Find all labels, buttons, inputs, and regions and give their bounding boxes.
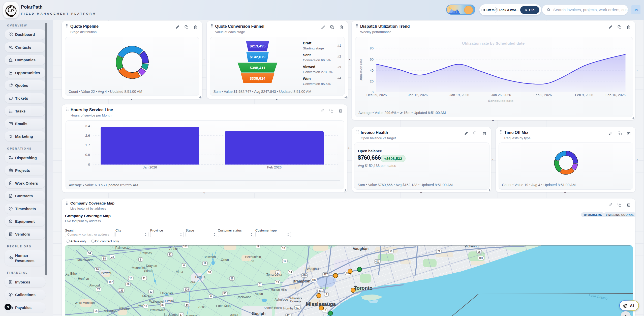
svg-text:19: 19 <box>276 281 279 284</box>
svg-text:86: 86 <box>186 303 189 306</box>
svg-text:Floradale: Floradale <box>160 292 173 295</box>
svg-text:Ariss: Ariss <box>198 305 205 309</box>
svg-text:147: 147 <box>109 281 113 283</box>
svg-text:Belwood: Belwood <box>204 255 216 259</box>
svg-text:60: 60 <box>370 58 373 61</box>
svg-text:Macton: Macton <box>142 295 153 298</box>
svg-text:0: 0 <box>88 163 90 166</box>
svg-text:2.6: 2.6 <box>85 134 90 137</box>
svg-text:brook: brook <box>65 273 69 277</box>
svg-text:401: 401 <box>319 290 323 292</box>
svg-text:18: 18 <box>208 271 211 274</box>
svg-text:0.9: 0.9 <box>85 153 90 157</box>
svg-text:Scheduled date: Scheduled date <box>488 99 513 103</box>
svg-text:Arkell: Arkell <box>230 313 238 316</box>
svg-text:Elmira: Elmira <box>165 299 174 303</box>
svg-text:20: 20 <box>370 79 373 83</box>
svg-text:Rockwood: Rockwood <box>237 295 251 299</box>
svg-text:23: 23 <box>111 255 114 258</box>
svg-text:3: 3 <box>257 245 259 248</box>
svg-text:$142,079: $142,079 <box>250 54 265 59</box>
svg-text:88: 88 <box>103 257 106 260</box>
svg-text:Corners: Corners <box>290 300 301 303</box>
svg-text:6: 6 <box>210 295 212 298</box>
svg-text:1.7: 1.7 <box>85 143 90 147</box>
svg-text:West Monkton: West Monkton <box>75 301 95 305</box>
svg-text:Acton: Acton <box>255 292 263 296</box>
svg-text:Halton Hills: Halton Hills <box>271 288 287 292</box>
svg-text:Jan 26, 2026: Jan 26, 2026 <box>491 93 511 97</box>
svg-text:14: 14 <box>289 271 292 274</box>
svg-text:17: 17 <box>144 305 147 308</box>
svg-text:Hornby: Hornby <box>283 307 294 310</box>
svg-text:11: 11 <box>143 277 146 280</box>
svg-text:Hawkesville: Hawkesville <box>148 308 165 312</box>
svg-text:86: 86 <box>96 268 99 271</box>
svg-text:Guelph: Guelph <box>252 311 265 316</box>
svg-text:Belfountain: Belfountain <box>245 255 261 259</box>
svg-text:427: 427 <box>324 273 328 276</box>
svg-text:$213,495: $213,495 <box>250 44 265 48</box>
svg-text:Alma: Alma <box>176 270 183 273</box>
svg-text:1: 1 <box>277 271 279 274</box>
svg-text:Drayton: Drayton <box>146 264 157 268</box>
svg-text:Feb 16, 2026: Feb 16, 2026 <box>605 93 626 97</box>
svg-text:6: 6 <box>183 264 185 267</box>
svg-text:3.4: 3.4 <box>85 124 90 128</box>
svg-text:Molesworth: Molesworth <box>77 258 94 262</box>
svg-text:34: 34 <box>88 252 91 255</box>
svg-text:Feb 2, 2026: Feb 2, 2026 <box>533 93 551 97</box>
svg-text:Henfryn: Henfryn <box>78 277 89 280</box>
svg-text:71: 71 <box>437 250 440 253</box>
svg-text:109: 109 <box>183 245 188 248</box>
svg-text:Palmerston: Palmerston <box>115 246 131 249</box>
svg-text:Jan 12, 2026: Jan 12, 2026 <box>408 93 427 97</box>
svg-text:55: 55 <box>95 310 98 312</box>
svg-text:50: 50 <box>223 292 226 295</box>
svg-text:18: 18 <box>323 309 326 312</box>
svg-text:St. Jacobs: St. Jacobs <box>164 313 178 316</box>
svg-text:401: 401 <box>287 314 291 316</box>
svg-text:Eden Mills: Eden Mills <box>216 304 231 308</box>
svg-text:80: 80 <box>370 46 373 50</box>
svg-text:Feb 2026: Feb 2026 <box>267 165 281 169</box>
svg-text:Vaughan: Vaughan <box>353 246 369 251</box>
svg-text:72: 72 <box>97 288 100 291</box>
svg-text:Maryhill: Maryhill <box>186 314 197 316</box>
svg-text:12: 12 <box>169 253 172 256</box>
svg-text:Dec 29, 2025: Dec 29, 2025 <box>366 93 386 97</box>
svg-text:Stirton: Stirton <box>144 269 153 273</box>
svg-text:Feb 9, 2026: Feb 9, 2026 <box>575 93 593 97</box>
svg-text:Listowel: Listowel <box>100 271 111 275</box>
svg-text:50: 50 <box>389 250 392 253</box>
svg-text:$338,614: $338,614 <box>250 76 265 80</box>
svg-text:Utilization rate: Utilization rate <box>359 59 363 81</box>
svg-text:401: 401 <box>375 260 380 263</box>
svg-text:Jan 19, 2026: Jan 19, 2026 <box>449 93 469 97</box>
svg-text:410: 410 <box>302 274 307 277</box>
svg-text:12: 12 <box>283 260 286 263</box>
svg-text:407: 407 <box>312 279 316 281</box>
svg-text:Atwood: Atwood <box>89 284 100 287</box>
svg-text:131: 131 <box>119 289 124 292</box>
svg-text:10: 10 <box>129 277 132 280</box>
svg-text:Millbank: Millbank <box>119 307 131 310</box>
svg-text:95: 95 <box>478 250 481 253</box>
svg-text:Jan 2026: Jan 2026 <box>143 165 157 169</box>
svg-text:Milverton: Milverton <box>104 309 117 313</box>
svg-text:26: 26 <box>230 277 233 280</box>
svg-text:Orton: Orton <box>221 258 229 262</box>
svg-text:Arthur: Arthur <box>169 247 178 250</box>
svg-text:Scotch Block: Scotch Block <box>264 306 282 310</box>
svg-text:407: 407 <box>295 306 300 309</box>
svg-text:Ashgrove: Ashgrove <box>275 298 288 301</box>
svg-text:10: 10 <box>282 247 285 250</box>
svg-text:8: 8 <box>140 258 141 261</box>
svg-text:Fergus: Fergus <box>195 275 205 279</box>
svg-text:Pickering: Pickering <box>465 245 479 248</box>
svg-text:401: 401 <box>479 257 483 260</box>
svg-text:17: 17 <box>180 313 183 316</box>
svg-text:40: 40 <box>370 69 373 72</box>
svg-text:19: 19 <box>203 262 206 265</box>
svg-text:7: 7 <box>259 283 261 286</box>
